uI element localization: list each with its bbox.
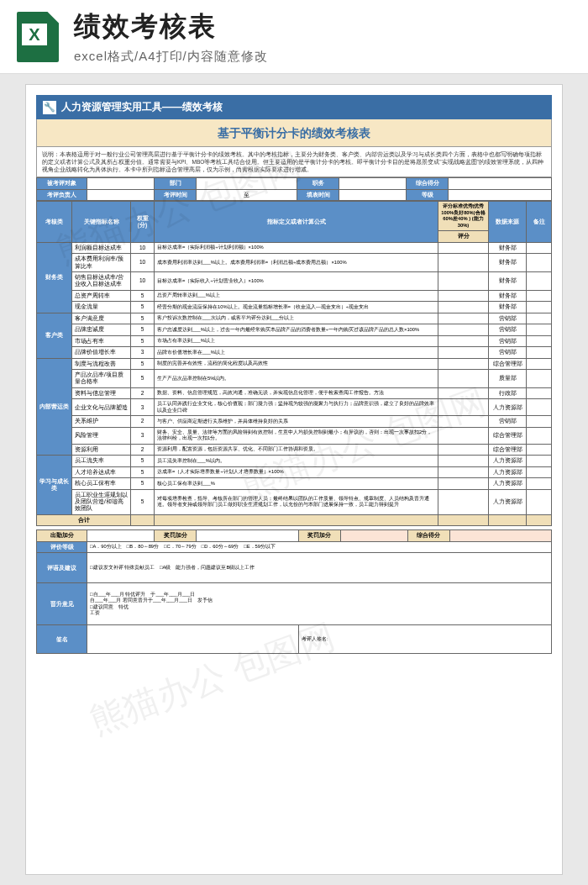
wrench-icon: 🔧 — [43, 101, 56, 114]
category-cell: 内部营运类 — [37, 358, 72, 456]
sign-label: 签名 — [37, 625, 87, 654]
category-cell: 财务类 — [37, 242, 72, 313]
weight-cell: 5 — [131, 456, 155, 466]
score-cell — [438, 272, 489, 291]
page-title: 绩效考核表 — [74, 8, 268, 45]
note-cell — [527, 335, 552, 346]
formula-cell: 品牌市价值增长率在___%以上 — [155, 347, 438, 358]
weight-cell: 5 — [131, 478, 155, 489]
summary-label: 出勤加分 — [37, 530, 87, 541]
note-cell — [527, 387, 552, 398]
score-cell — [438, 254, 489, 272]
weight-cell: 5 — [131, 335, 155, 346]
score-cell — [438, 387, 489, 398]
banner-text: 人力资源管理实用工具——绩效考核 — [61, 100, 223, 114]
weight-cell: 2 — [131, 416, 155, 427]
formula-cell: 制度的完善并有效性，流程的简化程度以及高效性 — [155, 358, 438, 369]
formula-cell: 达成率=（人才实际培养数量÷计划人才培养数量）×100% — [155, 466, 438, 477]
col-header: 关键指标名称 — [72, 202, 131, 243]
product-header: 绩效考核表 excel格式/A4打印/内容随意修改 — [0, 0, 588, 74]
indicator-cell: 现金流量 — [72, 302, 131, 313]
formula-cell: 对每项培养检查，指导、考核所在部门的管理人员；最终结果以团队的工作质量、领导特点… — [155, 489, 438, 514]
info-label: 等级 — [407, 189, 449, 200]
source-cell: 综合管理部 — [489, 427, 527, 444]
formula-cell: 核心员工保有率达到___% — [155, 478, 438, 489]
indicator-cell: 人才培养达成率 — [72, 466, 131, 477]
info-value — [449, 178, 552, 189]
note-cell — [527, 313, 552, 324]
col-header: 考核类 — [37, 202, 72, 243]
info-value — [449, 189, 552, 200]
indicator-cell: 员工流失率 — [72, 456, 131, 466]
indicator-cell: 品牌忠诚度 — [72, 324, 131, 335]
note-cell — [527, 369, 552, 387]
info-label: 填表时间 — [297, 189, 339, 200]
info-value — [87, 178, 155, 189]
source-cell: 人力资源部 — [489, 489, 527, 514]
promote-text: □自___年___月 特优评升 于___年___月___日 自___年___月 … — [87, 583, 552, 625]
info-value — [339, 178, 407, 189]
indicator-cell: 成本费用利润率/预算比率 — [72, 254, 131, 272]
source-cell: 行政部 — [489, 387, 527, 398]
score-cell — [438, 456, 489, 466]
summary-label: 奖罚加分 — [298, 530, 340, 541]
indicator-cell: 资源利用 — [72, 444, 131, 455]
grade-options: □A．90分以上 □B．80～89分 □C．70～79分 □D．60分～69分 … — [87, 541, 552, 552]
weight-cell: 5 — [131, 324, 155, 335]
tool-banner: 🔧 人力资源管理实用工具——绩效考核 — [36, 95, 552, 119]
note-cell — [527, 416, 552, 427]
source-cell: 综合管理部 — [489, 444, 527, 455]
formula-cell: 总资产周转率达到___%以上 — [155, 290, 438, 301]
source-cell: 营销部 — [489, 335, 527, 346]
indicator-cell: 核心员工保有率 — [72, 478, 131, 489]
info-label: 部门 — [155, 178, 197, 189]
indicator-cell: 员工职业生涯规划以及团队营造/和谐高效团队 — [72, 489, 131, 514]
info-label: 被考评对象 — [37, 178, 87, 189]
weight-cell: 5 — [131, 313, 155, 324]
weight-cell: 3 — [131, 399, 155, 416]
formula-cell: 客户投诉次数控制在___次以内，或客平均评分达到___分以上 — [155, 313, 438, 324]
promote-label: 晋升意见 — [37, 583, 87, 625]
score-cell — [438, 427, 489, 444]
note-cell — [527, 324, 552, 335]
weight-cell: 10 — [131, 272, 155, 291]
source-cell: 财务部 — [489, 254, 527, 272]
indicator-cell: 资料与信息管理 — [72, 387, 131, 398]
suggest-text: □建议发文补评 特殊贡献员工 □A级 能力强者，问题建议至B级以上工作 — [87, 553, 552, 583]
note-cell — [527, 242, 552, 253]
indicator-cell: 企业文化与品牌塑造 — [72, 399, 131, 416]
formula-cell: 市场占有率达到___%以上 — [155, 335, 438, 346]
summary-label: 奖罚加分 — [155, 530, 197, 541]
source-cell: 财务部 — [489, 302, 527, 313]
page-subtitle: excel格式/A4打印/内容随意修改 — [74, 49, 268, 65]
note-cell — [527, 302, 552, 313]
col-header: 备注 — [527, 202, 552, 243]
formula-cell: 成本费用利润率达到___%以上。成本费用利润率=（利润总额÷成本费用总额）×10… — [155, 254, 438, 272]
indicator-cell: 关系维护 — [72, 416, 131, 427]
source-cell: 财务部 — [489, 272, 527, 291]
note-cell — [527, 456, 552, 466]
indicator-cell: 品牌价值增长率 — [72, 347, 131, 358]
formula-cell: 经营分期的现金流应保持在10%以上。现金流量指标增长率=（收金流入—现金支出）÷… — [155, 302, 438, 313]
suggest-label: 评语及建议 — [37, 553, 87, 583]
formula-cell: 数据、资料、信息管理规范，高效沟通，准确无误，并实现信息化管理，便于检索查阅工作… — [155, 387, 438, 398]
source-cell: 综合管理部 — [489, 358, 527, 369]
source-cell: 人力资源部 — [489, 399, 527, 416]
info-value — [339, 189, 407, 200]
grade-label: 评价等级 — [37, 541, 87, 552]
weight-cell: 3 — [131, 427, 155, 444]
weight-cell: 2 — [131, 444, 155, 455]
source-cell: 财务部 — [489, 290, 527, 301]
col-header: 数据来源 — [489, 202, 527, 243]
weight-cell: 5 — [131, 290, 155, 301]
info-label: 职务 — [297, 178, 339, 189]
formula-cell: 资源利用，配置资源，包括资源共享、优化、不同部门工作协调和资质。 — [155, 444, 438, 455]
indicator-cell: 客户满意度 — [72, 313, 131, 324]
source-cell: 人力资源部 — [489, 478, 527, 489]
formula-cell: 员工流失率控制在___%以内。 — [155, 456, 438, 466]
note-cell — [527, 478, 552, 489]
score-cell — [438, 242, 489, 253]
excel-sheet-preview: 🔧 人力资源管理实用工具——绩效考核 基于平衡计分卡的绩效考核表 说明：本表格适… — [25, 84, 563, 875]
note-cell — [527, 444, 552, 455]
score-cell — [438, 399, 489, 416]
